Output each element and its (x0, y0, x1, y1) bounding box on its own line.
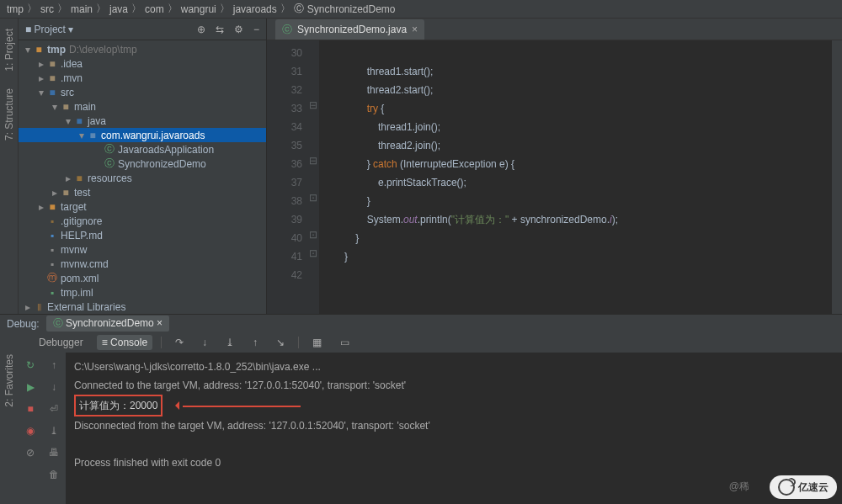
down-icon[interactable]: ↓ (51, 381, 56, 393)
line-gutter[interactable]: 30313233343536373839404142 (267, 40, 307, 314)
console-output[interactable]: C:\Users\wang-\.jdks\corretto-1.8.0_252\… (66, 353, 842, 504)
file-tab[interactable]: ⓒ SynchronizedDemo.java × (275, 19, 424, 40)
arrow-left-icon (183, 396, 301, 415)
step-into-icon[interactable]: ↓ (197, 335, 212, 350)
cloud-logo-icon (778, 479, 795, 496)
hide-icon[interactable]: − (253, 24, 259, 35)
console-line: C:\Users\wang-\.jdks\corretto-1.8.0_252\… (74, 358, 834, 376)
tree-node[interactable]: ■.mvn (19, 71, 266, 85)
project-sidebar: ■ Project ▾ ⊕ ⇆ ⚙ − ■tmpD:\develop\tmp ■… (19, 19, 267, 314)
tree-class[interactable]: ⓒSynchronizedDemo (19, 157, 266, 171)
run-to-cursor-icon[interactable]: ↘ (271, 335, 290, 350)
debug-config-tab[interactable]: ⓒ SynchronizedDemo × (46, 316, 169, 332)
java-file-icon: ⓒ (282, 23, 292, 37)
bc-item[interactable]: tmp (7, 3, 24, 15)
view-breakpoints-icon[interactable]: ◉ (26, 425, 35, 437)
bc-item[interactable]: main (71, 3, 93, 15)
watermark: 亿速云 (770, 475, 837, 499)
tree-file[interactable]: ▪mvnw.cmd (19, 257, 266, 271)
tree-node[interactable]: ■main (19, 99, 266, 114)
error-stripe[interactable] (832, 40, 842, 314)
bc-item[interactable]: javaroads (233, 3, 277, 15)
tree-file[interactable]: ▪.gitignore (19, 214, 266, 228)
soft-wrap-icon[interactable]: ⏎ (50, 403, 58, 415)
mute-breakpoints-icon[interactable]: ⊘ (26, 447, 35, 459)
tool-project[interactable]: 1: Project (3, 29, 15, 72)
file-tab-label: SynchronizedDemo.java (297, 24, 407, 35)
collapse-icon[interactable]: ⇆ (216, 24, 224, 35)
bc-item[interactable]: com (145, 3, 164, 15)
trace-icon[interactable]: ▭ (335, 335, 354, 350)
scroll-end-icon[interactable]: ⤓ (50, 425, 58, 437)
step-over-icon[interactable]: ↷ (170, 335, 189, 350)
gear-icon[interactable]: ⚙ (234, 24, 243, 35)
console-line: Process finished with exit code 0 (74, 454, 834, 472)
tree-file[interactable]: ▪tmp.iml (19, 285, 266, 300)
tree-node[interactable]: ■.idea (19, 56, 266, 71)
tree-file[interactable]: ▪HELP.md (19, 228, 266, 242)
tree-package-selected[interactable]: ■com.wangrui.javaroads (19, 128, 266, 142)
bc-item[interactable]: java (109, 3, 128, 15)
console-highlighted-line: 计算值为：20000 (74, 395, 834, 416)
up-icon[interactable]: ↑ (51, 359, 56, 371)
step-out-icon[interactable]: ↑ (248, 335, 263, 350)
clear-icon[interactable]: 🗑 (49, 469, 59, 480)
stop-icon[interactable]: ■ (27, 403, 33, 415)
force-step-icon[interactable]: ⤓ (221, 335, 239, 350)
resume-icon[interactable]: ▶ (27, 381, 35, 393)
console-tab[interactable]: ≡ Console (97, 335, 152, 350)
close-icon[interactable]: × (412, 24, 418, 35)
print-icon[interactable]: 🖶 (49, 447, 59, 459)
tree-file[interactable]: ▪mvnw (19, 242, 266, 257)
class-icon: Ⓒ (294, 2, 304, 16)
tree-node[interactable]: ■src (19, 85, 266, 99)
code-editor[interactable]: thread1.start(); thread2.start(); try { … (319, 40, 832, 314)
tool-structure[interactable]: 7: Structure (3, 88, 15, 141)
tree-root[interactable]: ■tmpD:\develop\tmp (19, 42, 266, 56)
console-line: Connected to the target VM, address: '12… (74, 376, 834, 395)
tree-node[interactable]: ■target (19, 199, 266, 214)
tree-external[interactable]: ⫴External Libraries (19, 300, 266, 314)
debugger-tab[interactable]: Debugger (34, 335, 88, 350)
sidebar-title: ■ Project ▾ (25, 24, 73, 35)
rerun-icon[interactable]: ↻ (26, 359, 35, 371)
bc-item[interactable]: src (40, 3, 54, 15)
tree-file[interactable]: ⓜpom.xml (19, 271, 266, 285)
target-icon[interactable]: ⊕ (197, 24, 205, 35)
bc-item[interactable]: SynchronizedDemo (307, 3, 396, 15)
debug-label: Debug: (7, 318, 40, 330)
tree-node[interactable]: ■java (19, 114, 266, 128)
tree-node[interactable]: ■test (19, 185, 266, 199)
chevron-right-icon: 〉 (27, 2, 37, 16)
tree-node[interactable]: ■resources (19, 171, 266, 185)
breadcrumb: tmp〉 src〉 main〉 java〉 com〉 wangrui〉 java… (0, 0, 842, 19)
tool-favorites[interactable]: 2: Favorites (3, 354, 15, 407)
fold-gutter[interactable]: ⊟⊟⊡⊡⊡ (307, 40, 319, 314)
evaluate-icon[interactable]: ▦ (307, 335, 327, 350)
console-line: Disconnected from the target VM, address… (74, 416, 834, 435)
tree-class[interactable]: ⓒJavaroadsApplication (19, 142, 266, 157)
bc-item[interactable]: wangrui (181, 3, 216, 15)
watermark-sub: @稀 (729, 480, 749, 494)
